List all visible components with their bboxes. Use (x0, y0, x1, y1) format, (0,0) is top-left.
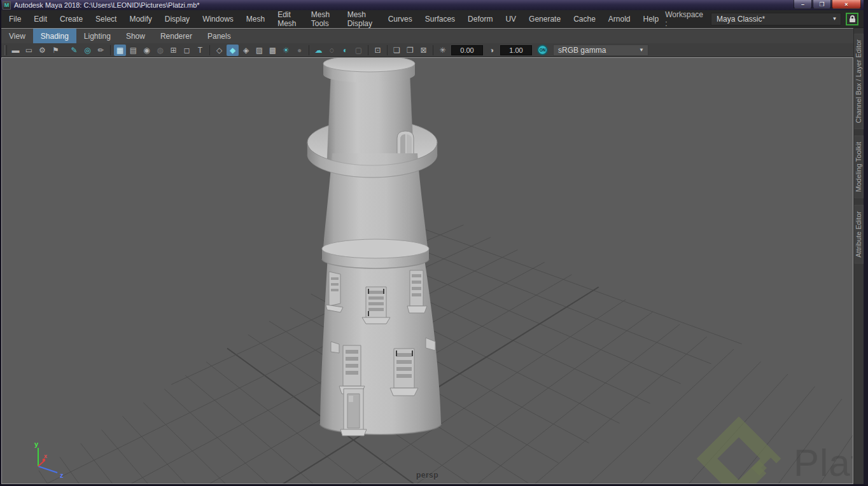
maya-window: M Autodesk Maya 2018: C:\Users\LEONID\Pi… (0, 0, 868, 486)
menu-edit[interactable]: Edit (27, 10, 53, 28)
menu-modify[interactable]: Modify (123, 10, 158, 28)
workspace-dropdown[interactable]: Maya Classic* ▼ (711, 13, 841, 25)
menu-file[interactable]: File (1, 10, 27, 28)
menu-bar: FileEditCreateSelectModifyDisplayWindows… (1, 10, 864, 28)
close-button[interactable]: × (832, 0, 861, 9)
entry-door (340, 389, 367, 436)
lighting-icon[interactable]: ☀ (280, 45, 292, 56)
toolbar-separator (433, 45, 433, 55)
louver-window-low-left (339, 345, 365, 394)
menu-cache[interactable]: Cache (567, 10, 602, 28)
resolution-gate-icon[interactable]: ◉ (141, 45, 153, 56)
menu-edit-mesh[interactable]: Edit Mesh (271, 10, 305, 28)
watermark-text: Platzi (794, 441, 853, 484)
axis-y-label: y (34, 440, 39, 448)
toolbar-separator (387, 45, 388, 55)
menu-help[interactable]: Help (637, 10, 666, 28)
camera-attributes-icon[interactable]: ⚙ (36, 45, 48, 56)
minimize-button[interactable]: – (794, 0, 812, 9)
pan-zoom-icon[interactable]: ▢ (353, 45, 365, 56)
shaded-cube-icon[interactable]: ◆ (227, 45, 239, 56)
image-plane-icon[interactable]: ❏ (391, 45, 403, 56)
workspace-area: Workspace : Maya Classic* ▼ (665, 10, 864, 28)
workspace-label: Workspace : (665, 10, 706, 28)
viewport-toolbar: ▬▭⚙⚑✎◎✏▦▤◉◍⊞◻T◇◆◈▨▩☀●☁◌◐▢⊡❏❐⊠✳◑ONsRGB ga… (1, 43, 853, 57)
image-plane-front-icon[interactable]: ❐ (404, 45, 416, 56)
contrast-icon[interactable]: ◑ (486, 45, 498, 56)
panel-menu-show[interactable]: Show (118, 29, 153, 43)
bookmark-icon[interactable]: ⚑ (50, 45, 62, 56)
panel-menu-renderer[interactable]: Renderer (153, 29, 200, 43)
safe-action-icon[interactable]: ◻ (181, 45, 193, 56)
panel-menu-panels[interactable]: Panels (200, 29, 239, 43)
camera-name-label: persp (416, 471, 438, 480)
grid-toggle-icon[interactable]: ▦ (114, 45, 126, 56)
toolbar-separator (110, 45, 111, 55)
tab-attribute-editor[interactable]: Attribute Editor (854, 205, 864, 264)
panel-menu-view[interactable]: View (1, 29, 33, 43)
zoom-region-icon[interactable]: ◎ (81, 45, 94, 56)
menu-deform[interactable]: Deform (461, 10, 499, 28)
axis-z-label: z (60, 471, 64, 479)
menu-display[interactable]: Display (158, 10, 196, 28)
grease-pencil-icon[interactable]: ✎ (68, 45, 80, 56)
gate-mask-icon[interactable]: ◍ (154, 45, 166, 56)
viewport-camera-icon[interactable]: ▬ (10, 45, 22, 56)
menu-windows[interactable]: Windows (196, 10, 240, 28)
field-chart-icon[interactable]: ⊞ (167, 45, 179, 56)
film-gate-icon[interactable]: ▤ (127, 45, 139, 56)
right-tab-strip: Channel Box / Layer EditorModeling Toolk… (853, 28, 864, 484)
menu-generate[interactable]: Generate (522, 10, 567, 28)
chevron-down-icon: ▼ (635, 47, 648, 53)
toolbar-separator (209, 45, 210, 55)
watermark: Platzi (707, 427, 853, 484)
titlebar: M Autodesk Maya 2018: C:\Users\LEONID\Pi… (1, 0, 864, 10)
window-title: Autodesk Maya 2018: C:\Users\LEONID\Pict… (14, 1, 200, 9)
exposure-input[interactable] (451, 45, 483, 55)
restore-button[interactable]: ❐ (813, 0, 831, 9)
menu-mesh-tools[interactable]: Mesh Tools (305, 10, 341, 28)
menu-select[interactable]: Select (89, 10, 123, 28)
lighthouse-model[interactable] (307, 58, 441, 436)
toolbar-drag-handle[interactable] (4, 45, 7, 55)
menu-mesh-display[interactable]: Mesh Display (341, 10, 382, 28)
wireframe-cube-icon[interactable]: ◇ (213, 45, 225, 56)
lock-camera-icon[interactable]: ▭ (23, 45, 35, 56)
menu-create[interactable]: Create (53, 10, 89, 28)
isolate-select-icon[interactable]: ⊡ (372, 45, 384, 56)
shadows-icon[interactable]: ● (293, 45, 305, 56)
xray-icon[interactable]: ⊠ (417, 45, 430, 56)
menu-surfaces[interactable]: Surfaces (419, 10, 461, 28)
louver-window-mid-center (362, 287, 390, 324)
tab-channel-box-layer-editor[interactable]: Channel Box / Layer Editor (854, 33, 864, 129)
menu-mesh[interactable]: Mesh (240, 10, 271, 28)
menu-curves[interactable]: Curves (382, 10, 419, 28)
tab-modeling-toolkit[interactable]: Modeling Toolkit (854, 135, 864, 198)
view-transform-dropdown[interactable]: sRGB gamma▼ (553, 45, 648, 56)
menu-arnold[interactable]: Arnold (602, 10, 637, 28)
panel-menu-shading[interactable]: Shading (33, 29, 76, 43)
paint-tool-icon[interactable]: ✏ (95, 45, 107, 56)
maya-app-icon: M (3, 1, 11, 10)
use-default-material-icon[interactable]: ▩ (267, 45, 279, 56)
maya-app-icon-letter: M (4, 3, 10, 8)
wireframe-on-shaded-icon[interactable]: ◈ (240, 45, 252, 56)
ambient-occlusion-icon[interactable]: ☁ (312, 45, 325, 56)
viewport-persp[interactable]: y x z Platzi persp (1, 57, 853, 484)
window-controls: – ❐ × (793, 0, 861, 9)
axis-gizmo: y x z (34, 440, 64, 479)
viewport-canvas: y x z Platzi (2, 58, 853, 484)
anti-aliasing-icon[interactable]: ◐ (339, 45, 351, 56)
exposure-icon[interactable]: ✳ (437, 45, 449, 56)
color-management-toggle[interactable]: ON (537, 45, 548, 55)
chevron-down-icon: ▼ (828, 16, 841, 22)
gallery-door (397, 131, 414, 156)
textured-icon[interactable]: ▨ (253, 45, 265, 56)
panel-menu-lighting[interactable]: Lighting (76, 29, 118, 43)
menu-uv[interactable]: UV (499, 10, 522, 28)
safe-title-icon[interactable]: T (194, 45, 206, 56)
workspace-lock-button[interactable] (846, 13, 858, 25)
toolbar-separator (368, 45, 368, 55)
motion-blur-icon[interactable]: ◌ (326, 45, 338, 56)
contrast-input[interactable] (500, 45, 532, 55)
